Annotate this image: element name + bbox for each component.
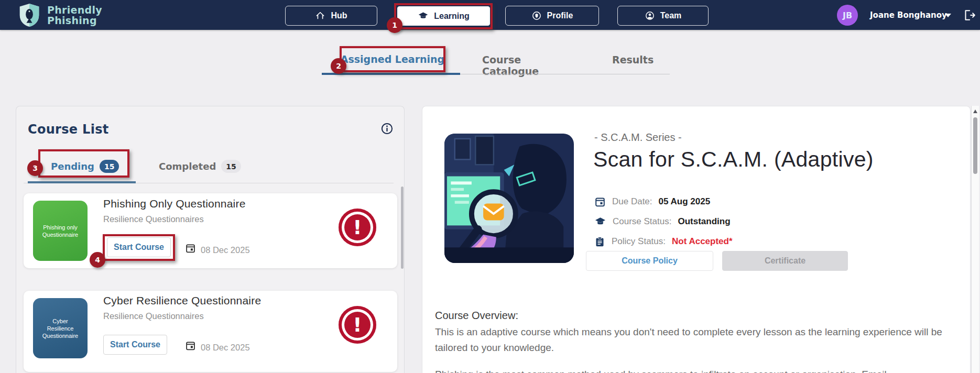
user-name: Joane Bonghanoy xyxy=(870,10,947,20)
brand-logo[interactable]: Phriendly Phishing xyxy=(18,3,102,28)
logout-icon[interactable] xyxy=(962,8,976,24)
pending-active-indicator xyxy=(28,181,136,183)
shield-fish-logo-icon xyxy=(18,3,41,28)
course-status-label: Course Status: xyxy=(613,216,671,227)
course-status-row: Course Status: Outstanding xyxy=(594,214,731,229)
tab-results-label: Results xyxy=(612,54,654,65)
nav-profile-label: Profile xyxy=(547,11,573,20)
tab-pending[interactable]: Pending 15 xyxy=(51,160,119,173)
tab-assigned-learning[interactable]: Assigned Learning xyxy=(340,46,445,72)
pending-count-badge: 15 xyxy=(100,160,119,173)
course-card-cyber-resilience[interactable]: Cyber Resilience Questionnaire Cyber Res… xyxy=(24,291,397,372)
completed-count-badge: 15 xyxy=(221,160,241,173)
due-date-row: Due Date: 05 Aug 2025 xyxy=(594,194,710,209)
course-category: Resilience Questionnaires xyxy=(103,311,204,321)
calendar-icon xyxy=(185,340,196,353)
scrollbar-thumb[interactable] xyxy=(973,117,977,174)
policy-status-row: Policy Status: Not Accepted* xyxy=(594,234,733,249)
nav-team-label: Team xyxy=(660,11,682,20)
certificate-button[interactable]: Certificate xyxy=(722,251,848,271)
calendar-icon xyxy=(185,243,196,256)
course-overview-heading: Course Overview: xyxy=(435,310,518,322)
course-title: Phishing Only Questionnaire xyxy=(103,198,246,210)
calendar-icon xyxy=(594,196,606,207)
due-date-label: Due Date: xyxy=(612,196,652,207)
tab-assigned-label: Assigned Learning xyxy=(341,53,444,65)
user-avatar[interactable]: JB xyxy=(837,5,858,26)
annotation-step-3: 3 xyxy=(27,160,43,176)
person-circle-icon xyxy=(645,10,655,21)
course-hero-image xyxy=(444,134,574,263)
policy-status-value: Not Accepted* xyxy=(672,236,733,247)
nav-team-button[interactable]: Team xyxy=(617,6,709,26)
course-status-value: Outstanding xyxy=(678,216,730,227)
graduation-cap-icon xyxy=(418,10,429,21)
graduation-cap-icon xyxy=(594,216,606,228)
info-icon[interactable] xyxy=(380,122,394,137)
course-title: Cyber Resilience Questionnaire xyxy=(103,294,261,307)
annotation-step-4: 4 xyxy=(90,252,105,268)
course-policy-button[interactable]: Course Policy xyxy=(586,251,713,271)
pending-label: Pending xyxy=(51,161,94,172)
top-navbar: Phriendly Phishing Hub Learning Profile xyxy=(0,0,980,30)
course-list-title: Course List xyxy=(28,122,109,137)
course-thumbnail-blue: Cyber Resilience Questionnaire xyxy=(33,298,88,358)
course-card-phishing-only[interactable]: Phishing only Questionnaire Phishing Onl… xyxy=(24,193,397,268)
course-detail-title: Scan for S.C.A.M. (Adaptive) xyxy=(593,147,874,172)
chevron-down-icon[interactable] xyxy=(945,14,951,17)
nav-learning-button[interactable]: Learning xyxy=(397,6,490,26)
course-thumbnail-green: Phishing only Questionnaire xyxy=(33,201,88,261)
course-series-label: - S.C.A.M. Series - xyxy=(594,131,682,144)
policy-status-label: Policy Status: xyxy=(612,236,666,247)
brand-name: Phriendly Phishing xyxy=(47,5,102,26)
course-detail-panel: - S.C.A.M. Series - Scan for S.C.A.M. (A… xyxy=(422,106,971,373)
policy-clipboard-icon xyxy=(594,236,605,247)
tabs-active-indicator xyxy=(322,73,460,75)
nav-learning-label: Learning xyxy=(434,12,470,21)
completed-label: Completed xyxy=(159,161,216,172)
avatar-initials: JB xyxy=(843,10,852,20)
course-due-date: 08 Dec 2025 xyxy=(201,245,250,255)
overdue-alert-icon: ! xyxy=(339,209,376,246)
course-category: Resilience Questionnaires xyxy=(103,214,204,224)
overdue-alert-icon: ! xyxy=(339,306,376,344)
tab-completed[interactable]: Completed 15 xyxy=(159,160,241,173)
app-window: Phriendly Phishing Hub Learning Profile xyxy=(0,0,980,373)
profile-badge-icon xyxy=(531,10,542,21)
course-due-date: 08 Dec 2025 xyxy=(201,343,250,353)
start-course-button[interactable]: Start Course xyxy=(103,335,167,355)
home-icon xyxy=(315,10,325,21)
course-overview-paragraph-2: Phishing is the most common method used … xyxy=(435,367,959,373)
course-list-panel: Course List Pending 15 Completed 15 3 Ph… xyxy=(16,106,405,373)
detail-scrollbar[interactable] xyxy=(971,106,979,373)
nav-hub-button[interactable]: Hub xyxy=(285,6,377,26)
course-list-scrollbar[interactable] xyxy=(401,186,404,269)
due-date-value: 05 Aug 2025 xyxy=(659,196,711,207)
start-course-button[interactable]: Start Course xyxy=(107,237,171,257)
course-overview-paragraph: This is an adaptive course which means y… xyxy=(435,324,959,356)
nav-hub-label: Hub xyxy=(331,11,347,20)
tab-results[interactable]: Results xyxy=(612,54,654,65)
nav-profile-button[interactable]: Profile xyxy=(505,6,599,26)
scroll-up-icon[interactable] xyxy=(973,109,977,113)
